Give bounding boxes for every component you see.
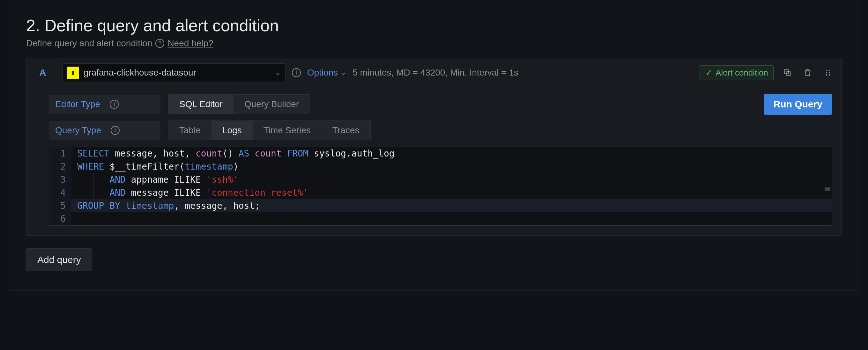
- add-query-button[interactable]: Add query: [26, 248, 92, 271]
- query-type-label: Query Type: [55, 125, 101, 135]
- help-icon[interactable]: ?: [155, 39, 164, 48]
- line-number: 4: [49, 186, 71, 199]
- code-content[interactable]: AND appname ILIKE 'ssh%': [71, 173, 832, 186]
- seg-option-logs[interactable]: Logs: [212, 121, 253, 140]
- drag-handle[interactable]: [821, 66, 835, 79]
- query-options-toggle[interactable]: Options ⌄: [307, 68, 346, 78]
- line-number: 1: [49, 147, 71, 160]
- info-icon[interactable]: i: [292, 68, 301, 77]
- svg-point-3: [829, 70, 830, 71]
- run-query-button[interactable]: Run Query: [764, 94, 832, 115]
- seg-option-traces[interactable]: Traces: [321, 121, 370, 140]
- code-content[interactable]: SELECT message, host, count() AS count F…: [71, 147, 832, 160]
- line-number: 2: [49, 160, 71, 173]
- indent-guide: [93, 186, 93, 199]
- query-header: A ||| grafana-clickhouse-datasour ⌄ i Op…: [27, 58, 841, 87]
- editor-type-segmented: SQL EditorQuery Builder: [168, 94, 310, 114]
- query-ref-id[interactable]: A: [39, 67, 56, 78]
- need-help-link[interactable]: Need help?: [167, 38, 213, 49]
- code-line[interactable]: 2WHERE $__timeFilter(timestamp): [49, 160, 832, 173]
- query-card: A ||| grafana-clickhouse-datasour ⌄ i Op…: [26, 58, 842, 235]
- query-options-summary: 5 minutes, MD = 43200, Min. Interval = 1…: [352, 68, 518, 78]
- trash-icon: [803, 68, 812, 77]
- grip-icon: [824, 68, 833, 77]
- line-number: 6: [49, 212, 71, 225]
- seg-option-query-builder[interactable]: Query Builder: [234, 95, 310, 114]
- alert-condition-label: Alert condition: [715, 68, 768, 78]
- indent-guide: [93, 173, 93, 186]
- query-body: Editor Type i SQL EditorQuery Builder Ru…: [27, 87, 841, 235]
- svg-point-6: [826, 74, 828, 76]
- svg-point-7: [829, 74, 830, 76]
- define-query-section: 2. Define query and alert condition Defi…: [9, 3, 859, 291]
- code-content[interactable]: WHERE $__timeFilter(timestamp): [71, 160, 832, 173]
- chevron-down-icon: ⌄: [275, 68, 281, 77]
- copy-button[interactable]: [780, 66, 794, 79]
- datasource-picker[interactable]: ||| grafana-clickhouse-datasour ⌄: [62, 63, 285, 82]
- svg-point-4: [826, 72, 828, 74]
- check-icon: ✓: [705, 68, 712, 78]
- code-line[interactable]: 3 AND appname ILIKE 'ssh%': [49, 173, 832, 186]
- section-subtitle: Define query and alert condition: [26, 38, 152, 49]
- code-line[interactable]: 1SELECT message, host, count() AS count …: [49, 147, 832, 160]
- code-content[interactable]: [71, 212, 832, 225]
- editor-type-label-chip: Editor Type i: [49, 95, 160, 114]
- seg-option-sql-editor[interactable]: SQL Editor: [168, 95, 234, 114]
- chevron-down-icon: ⌄: [340, 68, 346, 77]
- delete-button[interactable]: [801, 66, 815, 79]
- code-line[interactable]: 5GROUP BY timestamp, message, host;: [49, 199, 832, 212]
- line-number: 5: [49, 199, 71, 212]
- query-type-label-chip: Query Type i: [49, 121, 160, 140]
- copy-icon: [783, 68, 792, 77]
- svg-point-5: [829, 72, 830, 74]
- datasource-name: grafana-clickhouse-datasour: [84, 68, 196, 78]
- seg-option-table[interactable]: Table: [168, 121, 212, 140]
- options-label: Options: [307, 68, 338, 78]
- section-subtitle-row: Define query and alert condition ? Need …: [26, 38, 842, 49]
- query-type-segmented: TableLogsTime SeriesTraces: [168, 121, 371, 140]
- code-content[interactable]: GROUP BY timestamp, message, host;: [71, 199, 832, 212]
- editor-type-row: Editor Type i SQL EditorQuery Builder Ru…: [49, 94, 832, 115]
- code-content[interactable]: AND message ILIKE 'connection reset%': [71, 186, 832, 199]
- minimap-marker: [825, 187, 830, 191]
- code-line[interactable]: 4 AND message ILIKE 'connection reset%': [49, 186, 832, 199]
- svg-point-2: [826, 70, 828, 71]
- line-number: 3: [49, 173, 71, 186]
- info-icon[interactable]: i: [111, 126, 120, 135]
- code-line[interactable]: 6: [49, 212, 832, 225]
- section-title: 2. Define query and alert condition: [26, 16, 842, 35]
- datasource-logo-icon: |||: [67, 67, 79, 79]
- editor-type-label: Editor Type: [55, 99, 100, 109]
- seg-option-time-series[interactable]: Time Series: [253, 121, 321, 140]
- query-type-row: Query Type i TableLogsTime SeriesTraces: [49, 121, 832, 140]
- sql-editor[interactable]: 1SELECT message, host, count() AS count …: [49, 147, 832, 226]
- info-icon[interactable]: i: [110, 100, 119, 109]
- alert-condition-badge[interactable]: ✓ Alert condition: [700, 65, 774, 80]
